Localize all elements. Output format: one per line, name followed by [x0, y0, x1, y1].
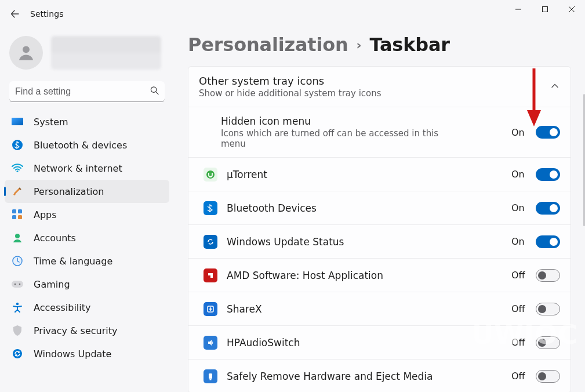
- row-title: Bluetooth Devices: [227, 202, 504, 214]
- row-title: Windows Update Status: [227, 236, 504, 248]
- svg-point-15: [19, 284, 21, 285]
- clock-icon: [12, 255, 23, 267]
- nav-list: System Bluetooth & devices Network & int…: [5, 110, 169, 365]
- sidebar-item-accessibility[interactable]: Accessibility: [5, 296, 169, 319]
- chevron-right-icon: ›: [357, 38, 362, 52]
- eject-icon: [204, 369, 217, 383]
- row-hidden-icon-menu: Hidden icon menu Icons which are turned …: [188, 107, 571, 157]
- toggle-sharex[interactable]: [536, 303, 560, 315]
- section-card: Other system tray icons Show or hide add…: [188, 66, 571, 392]
- hpaudio-icon: [204, 336, 217, 350]
- toggle-state-label: On: [511, 236, 529, 247]
- search-input[interactable]: [9, 81, 165, 102]
- svg-point-2: [151, 87, 156, 92]
- sidebar-item-label: Bluetooth & devices: [34, 140, 127, 151]
- content-area: Personalization › Taskbar Other system t…: [174, 28, 585, 392]
- row-sharex: ShareX Off: [188, 292, 571, 325]
- toggle-amd-software[interactable]: [536, 269, 560, 282]
- sidebar-item-accounts[interactable]: Accounts: [5, 226, 169, 249]
- row-hpaudioswitch: HPAudioSwitch Off: [188, 325, 571, 359]
- sidebar: System Bluetooth & devices Network & int…: [0, 28, 174, 392]
- back-button[interactable]: [8, 7, 22, 21]
- close-button[interactable]: [558, 0, 585, 19]
- maximize-button[interactable]: [532, 0, 558, 19]
- shield-icon: [12, 325, 23, 336]
- toggle-hidden-icon-menu[interactable]: [536, 126, 560, 139]
- sidebar-item-label: Time & language: [34, 256, 112, 267]
- paintbrush-icon: [12, 186, 23, 197]
- sidebar-item-apps[interactable]: Apps: [5, 203, 169, 226]
- row-title: Safely Remove Hardware and Eject Media: [227, 371, 504, 382]
- search-box[interactable]: [9, 81, 165, 102]
- avatar: [9, 36, 43, 70]
- gaming-icon: [12, 278, 23, 290]
- sidebar-item-label: Privacy & security: [34, 325, 117, 336]
- sidebar-item-label: Accessibility: [34, 302, 90, 313]
- minimize-button[interactable]: [505, 0, 532, 19]
- sidebar-item-time[interactable]: Time & language: [5, 249, 169, 273]
- row-amd-software: AMD Software: Host Application Off: [188, 258, 571, 292]
- sidebar-item-label: Gaming: [34, 279, 70, 290]
- svg-rect-21: [210, 379, 212, 380]
- svg-rect-9: [12, 215, 16, 219]
- svg-point-16: [16, 303, 19, 305]
- sidebar-item-network[interactable]: Network & internet: [5, 157, 169, 180]
- sidebar-item-gaming[interactable]: Gaming: [5, 273, 169, 296]
- sidebar-item-update[interactable]: Windows Update: [5, 342, 169, 365]
- toggle-state-label: Off: [511, 303, 529, 314]
- window-title: Settings: [30, 9, 63, 19]
- toggle-state-label: On: [511, 202, 529, 213]
- toggle-state-label: On: [511, 127, 529, 138]
- toggle-safely-remove[interactable]: [536, 370, 560, 383]
- svg-rect-7: [12, 209, 16, 213]
- svg-rect-13: [12, 281, 23, 288]
- update-icon: [12, 348, 23, 360]
- sidebar-item-personalization[interactable]: Personalization: [5, 180, 169, 203]
- sharex-icon: [204, 302, 217, 316]
- row-windows-update: Windows Update Status On: [188, 224, 571, 258]
- sidebar-item-label: Personalization: [34, 186, 104, 197]
- magnifier-icon: [150, 86, 159, 95]
- account-name-redacted: [51, 36, 161, 70]
- back-arrow-icon: [10, 9, 20, 19]
- sidebar-item-label: Network & internet: [34, 163, 122, 174]
- apps-icon: [12, 209, 23, 220]
- row-bluetooth-devices: Bluetooth Devices On: [188, 191, 571, 224]
- bluetooth-icon: [12, 139, 23, 151]
- sidebar-item-label: System: [34, 117, 68, 128]
- maximize-icon: [542, 6, 548, 12]
- sidebar-item-privacy[interactable]: Privacy & security: [5, 319, 169, 342]
- sidebar-item-bluetooth[interactable]: Bluetooth & devices: [5, 133, 169, 157]
- search-icon: [150, 86, 159, 97]
- accounts-icon: [12, 232, 23, 244]
- system-icon: [12, 116, 23, 128]
- toggle-state-label: Off: [511, 371, 529, 382]
- svg-point-1: [23, 46, 30, 53]
- utorrent-icon: [204, 168, 217, 182]
- close-icon: [569, 6, 575, 12]
- sidebar-item-label: Accounts: [34, 233, 76, 244]
- breadcrumb-parent[interactable]: Personalization: [188, 34, 348, 56]
- sidebar-item-system[interactable]: System: [5, 110, 169, 133]
- row-title: Hidden icon menu: [221, 115, 504, 127]
- toggle-hpaudioswitch[interactable]: [536, 336, 560, 349]
- account-block[interactable]: [5, 32, 169, 77]
- svg-point-5: [12, 140, 23, 150]
- person-icon: [16, 43, 36, 63]
- row-subtitle: Icons which are turned off can be access…: [221, 128, 464, 149]
- toggle-windows-update[interactable]: [536, 235, 560, 248]
- accessibility-icon: [12, 302, 23, 313]
- svg-point-14: [14, 284, 16, 285]
- toggle-state-label: Off: [511, 337, 529, 348]
- toggle-utorrent[interactable]: [536, 168, 560, 181]
- breadcrumb: Personalization › Taskbar: [188, 34, 571, 56]
- svg-rect-8: [18, 209, 22, 213]
- row-title: µTorrent: [227, 169, 504, 180]
- row-utorrent: µTorrent On: [188, 157, 571, 191]
- section-header[interactable]: Other system tray icons Show or hide add…: [188, 67, 571, 107]
- windows-update-icon: [204, 235, 217, 249]
- toggle-bluetooth-devices[interactable]: [536, 202, 560, 215]
- breadcrumb-leaf: Taskbar: [369, 34, 450, 56]
- row-title: HPAudioSwitch: [227, 337, 504, 349]
- window-controls: [505, 0, 585, 19]
